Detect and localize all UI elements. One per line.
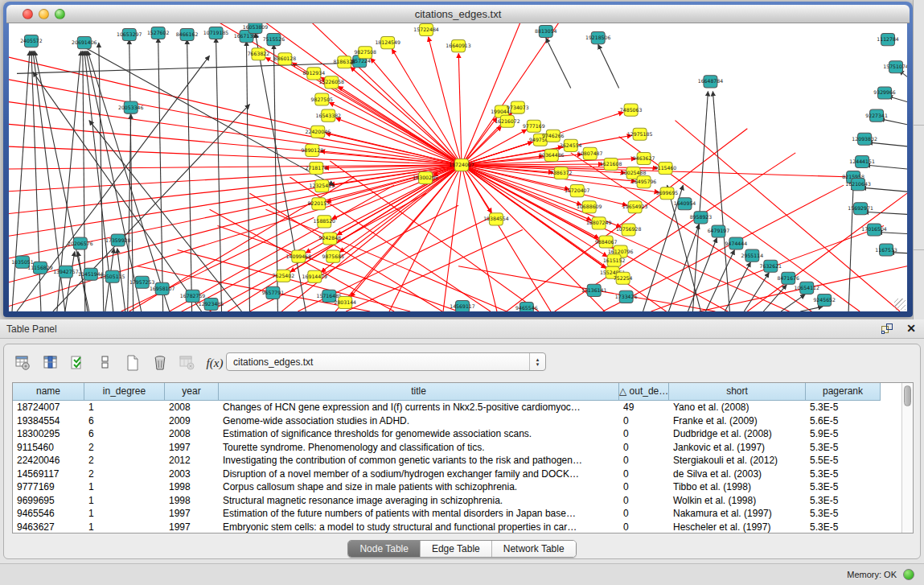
svg-text:14099468: 14099468 — [286, 253, 312, 259]
svg-text:1615152: 1615152 — [603, 257, 626, 263]
svg-text:7386372: 7386372 — [550, 170, 573, 175]
table-row[interactable]: 911546021997Tourette syndrome. Phenomeno… — [13, 441, 913, 455]
select-rows-icon[interactable] — [67, 352, 89, 373]
svg-text:6479197: 6479197 — [708, 228, 730, 233]
table-cell: 5.6E-5 — [806, 414, 881, 428]
svg-text:15716485: 15716485 — [317, 293, 343, 299]
memory-status-icon[interactable] — [903, 569, 914, 580]
table-cell: Stergiakouli et al. (2012) — [669, 454, 806, 468]
svg-text:16210643: 16210643 — [845, 181, 871, 187]
svg-text:10719185: 10719185 — [203, 30, 229, 35]
table-cell: 2012 — [165, 454, 219, 468]
citation-graph[interactable]: 2405572206914061065329715276028466162107… — [9, 23, 907, 311]
table-cell: 2 — [84, 468, 165, 481]
delete-table-icon[interactable] — [176, 352, 199, 373]
table-cell: Dudbridge et al. (2008) — [669, 427, 806, 441]
resize-grip-icon[interactable] — [894, 299, 906, 310]
svg-text:20364486: 20364486 — [539, 152, 565, 158]
svg-text:16216072: 16216072 — [495, 118, 520, 124]
column-header-3[interactable]: title — [219, 383, 619, 401]
vertical-scrollbar[interactable] — [901, 383, 913, 533]
table-cell: 5.3E-5 — [806, 468, 881, 481]
svg-text:9227341: 9227341 — [865, 113, 888, 118]
svg-text:9875685: 9875685 — [322, 253, 345, 259]
table-cell: 0 — [619, 507, 669, 521]
table-row[interactable]: 946554611997Estimation of the future num… — [13, 507, 913, 521]
table-cell: 14569117 — [13, 468, 84, 481]
table-cell: 9699695 — [13, 494, 84, 508]
svg-text:15722484: 15722484 — [413, 27, 439, 32]
table-row[interactable]: 2242004622012Investigating the contribut… — [13, 454, 913, 468]
svg-text:20206576: 20206576 — [68, 241, 93, 246]
close-panel-icon[interactable]: ✕ — [906, 322, 916, 335]
svg-text:9245652: 9245652 — [813, 297, 836, 303]
svg-text:9115460: 9115460 — [655, 165, 677, 171]
tab-node-table[interactable]: Node Table — [348, 541, 421, 557]
table-cell: 0 — [619, 521, 669, 534]
table-row[interactable]: 946362711997Embryonic stem cells: a mode… — [13, 521, 913, 534]
network-view-window: citations_edges.txt 24055722069140610653… — [3, 2, 913, 317]
svg-text:16782759: 16782759 — [180, 293, 206, 299]
tab-network-table[interactable]: Network Table — [492, 541, 576, 557]
table-options-icon[interactable] — [12, 352, 35, 373]
table-cell: 0 — [619, 494, 669, 508]
table-cell: Wolkin et al. (1998) — [669, 494, 806, 508]
table-row[interactable]: 977716911998Corpus callosum shape and si… — [13, 480, 913, 494]
svg-text:18124549: 18124549 — [375, 39, 400, 45]
table-cell: 19384554 — [13, 414, 84, 428]
table-cell: 1 — [84, 480, 165, 494]
svg-text:19218506: 19218506 — [585, 35, 611, 40]
table-selector-dropdown[interactable]: citations_edges.txt ▲▼ — [226, 352, 546, 371]
table-panel: Table Panel ✕ — [0, 319, 924, 585]
row-height-icon[interactable] — [94, 352, 117, 373]
svg-text:8958923: 8958923 — [690, 214, 713, 220]
table-cell: 2 — [84, 454, 165, 468]
column-header-5[interactable]: short — [669, 383, 806, 401]
memory-status-label: Memory: OK — [847, 570, 897, 579]
network-canvas[interactable]: 2405572206914061065329715276028466162107… — [9, 23, 907, 311]
table-cell: Jankovic et al. (1997) — [669, 441, 806, 455]
svg-text:16648784: 16648784 — [698, 78, 724, 84]
svg-text:10807487: 10807487 — [577, 150, 603, 156]
svg-text:10654112: 10654112 — [794, 285, 819, 290]
table-cell: Yano et al. (2008) — [669, 401, 806, 414]
svg-text:2955114: 2955114 — [741, 253, 764, 258]
column-header-4[interactable]: △ out_de… — [619, 383, 669, 401]
svg-text:8813054: 8813054 — [535, 28, 557, 34]
svg-text:9827508: 9827508 — [354, 49, 376, 55]
column-header-0[interactable]: name — [13, 383, 84, 401]
svg-text:2803144: 2803144 — [334, 299, 356, 305]
table-row[interactable]: 1938455462009Genome-wide association stu… — [13, 414, 913, 428]
function-builder-icon[interactable]: f(x) — [203, 352, 226, 373]
tab-edge-table[interactable]: Edge Table — [421, 541, 492, 557]
svg-text:12325419: 12325419 — [310, 183, 335, 188]
scrollbar-thumb[interactable] — [904, 385, 911, 406]
new-column-icon[interactable] — [121, 352, 144, 373]
svg-text:22420046: 22420046 — [306, 129, 331, 134]
svg-text:12444151: 12444151 — [849, 159, 875, 164]
table-cell: 6 — [84, 414, 165, 428]
float-panel-icon[interactable] — [881, 323, 893, 334]
column-header-6[interactable]: pagerank — [806, 383, 881, 401]
svg-text:9474444: 9474444 — [725, 241, 748, 246]
table-row[interactable]: 1872400712008Changes of HCN gene express… — [13, 401, 913, 414]
table-row[interactable]: 1456911722003Disruption of a novel membe… — [13, 468, 913, 481]
table-cell: Hescheler et al. (1997) — [669, 521, 806, 534]
table-cell: Estimation of the future numbers of pati… — [219, 507, 619, 521]
svg-text:15226058: 15226058 — [319, 79, 345, 84]
svg-text:12975185: 12975185 — [627, 131, 653, 137]
delete-column-icon[interactable] — [149, 352, 171, 373]
table-row[interactable]: 969969511998Structural magnetic resonanc… — [13, 494, 913, 508]
table-cell: 9115460 — [13, 441, 84, 455]
table-panel-title: Table Panel — [6, 323, 57, 335]
svg-text:2718176: 2718176 — [306, 165, 328, 171]
svg-text:20053346: 20053346 — [118, 105, 144, 110]
table-row[interactable]: 1830029562008Estimation of significance … — [13, 427, 913, 441]
svg-text:3624554: 3624554 — [560, 142, 582, 148]
window-titlebar[interactable]: citations_edges.txt — [6, 5, 910, 23]
svg-text:752254: 752254 — [614, 275, 633, 281]
column-header-2[interactable]: year — [165, 383, 219, 401]
svg-text:1588520: 1588520 — [314, 218, 336, 224]
show-columns-icon[interactable] — [39, 352, 62, 373]
column-header-1[interactable]: in_degree — [84, 383, 165, 401]
